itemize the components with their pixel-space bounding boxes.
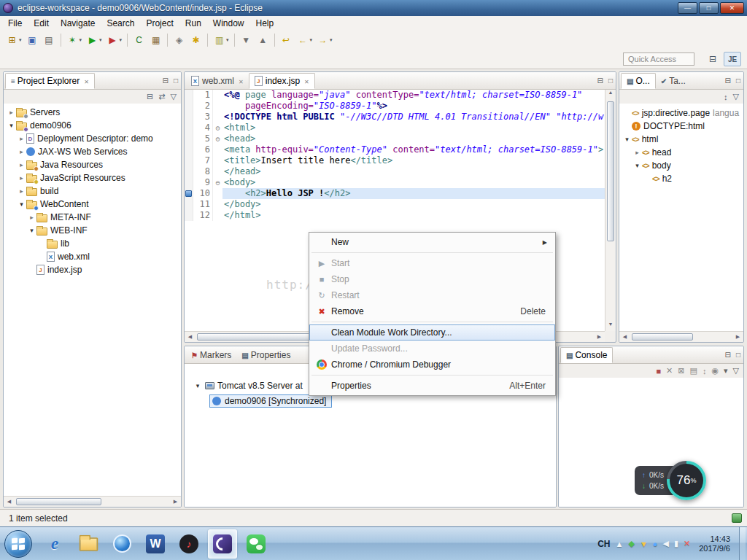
security-tray-icon[interactable]: ◆ xyxy=(628,539,634,548)
tree-item-h2[interactable]: <>h2 xyxy=(619,172,743,185)
taskbar-eclipse-button[interactable] xyxy=(208,529,237,559)
taskbar-music-button[interactable]: ♪ xyxy=(174,529,204,559)
taskbar-explorer-button[interactable] xyxy=(74,529,103,559)
quick-access-input[interactable]: Quick Access xyxy=(623,52,694,66)
minimize-view-icon[interactable] xyxy=(163,77,169,85)
debug-button[interactable]: ✶▾ xyxy=(64,32,85,48)
fold-collapse-icon[interactable]: ⊖ xyxy=(212,122,222,133)
close-tab-icon[interactable] xyxy=(237,76,244,86)
scroll-left-icon[interactable] xyxy=(4,499,15,505)
expand-arrow-icon[interactable]: ▾ xyxy=(7,122,16,129)
pin-console-icon[interactable]: ◉ xyxy=(711,366,719,376)
new-java-class-button[interactable]: C xyxy=(131,32,147,48)
tab-properties[interactable]: ▤Properties xyxy=(236,347,295,363)
javaee-perspective-button[interactable]: JE xyxy=(724,52,741,66)
taskbar-ie-button[interactable]: e xyxy=(40,529,69,559)
tree-item-servers[interactable]: ▸Servers xyxy=(4,106,181,119)
clear-console-icon[interactable]: ▤ xyxy=(689,366,697,376)
usage-percent-ball[interactable]: 76% xyxy=(667,461,706,500)
close-view-icon[interactable] xyxy=(82,76,89,86)
prev-annotation-button[interactable]: ▲ xyxy=(255,32,271,48)
download-tray-icon[interactable]: ▼ xyxy=(640,540,648,548)
project-explorer-hscrollbar[interactable] xyxy=(4,496,181,507)
context-menu-item-clean-module-work-directory[interactable]: Clean Module Work Directory... xyxy=(309,324,555,341)
taskbar-word-button[interactable]: W xyxy=(141,529,170,559)
scroll-up-icon[interactable] xyxy=(605,90,616,99)
context-menu-item-stop[interactable]: ■Stop xyxy=(309,271,555,287)
code-text[interactable]: </head> xyxy=(222,166,605,177)
menu-edit[interactable]: Edit xyxy=(28,17,55,30)
tab-project-explorer[interactable]: ≡ Project Explorer xyxy=(5,73,95,89)
tree-item-web-xml[interactable]: Xweb.xml xyxy=(4,250,181,263)
code-text[interactable]: <meta http-equiv="Content-Type" content=… xyxy=(222,144,605,155)
code-text[interactable]: <!DOCTYPE html PUBLIC "-//W3C//DTD HTML … xyxy=(222,112,605,122)
scroll-thumb[interactable] xyxy=(632,333,693,341)
forward-button[interactable]: →▾ xyxy=(314,32,335,48)
scroll-thumb[interactable] xyxy=(607,101,614,241)
maximize-window-button[interactable]: □ xyxy=(699,2,719,14)
tree-item-jax-ws-web-services[interactable]: ▸JAX-WS Web Services xyxy=(4,145,181,158)
expand-arrow-icon[interactable]: ▾ xyxy=(193,382,202,389)
context-menu-item-restart[interactable]: ↻Restart xyxy=(309,287,555,303)
context-menu-item-chrome-chromium-debugger[interactable]: Chrome / Chromium Debugger xyxy=(309,357,555,373)
close-window-button[interactable]: ✕ xyxy=(720,2,744,14)
menu-window[interactable]: Window xyxy=(207,17,250,30)
expand-arrow-icon[interactable]: ▾ xyxy=(632,162,642,169)
tree-item-javascript-resources[interactable]: ▸JavaScript Resources xyxy=(4,171,181,184)
dropdown-arrow-icon[interactable]: ▾ xyxy=(330,37,333,43)
outline-hscrollbar[interactable] xyxy=(619,331,743,342)
tree-item-deployment-descriptor-demo[interactable]: ▸DDeployment Descriptor: demo xyxy=(4,132,181,145)
code-text[interactable]: <h2>Hello JSP !</h2> xyxy=(222,188,605,199)
minimize-editor-icon[interactable] xyxy=(597,77,603,85)
taskbar-clock[interactable]: 14:43 2017/9/6 xyxy=(699,534,730,553)
editor-vscrollbar[interactable] xyxy=(605,90,616,331)
dropdown-arrow-icon[interactable]: ▾ xyxy=(226,37,229,43)
tree-item-lib[interactable]: lib xyxy=(4,237,181,250)
tab-ta[interactable]: ✔Ta... xyxy=(656,73,691,89)
volume-tray-icon[interactable]: ◀ xyxy=(662,539,668,548)
tree-item-build[interactable]: ▸build xyxy=(4,184,181,198)
code-text[interactable]: <head> xyxy=(222,133,605,144)
hidden-icons-button[interactable]: ▲ xyxy=(616,540,624,548)
code-text[interactable]: <body> xyxy=(222,177,605,188)
title-bar[interactable]: eclipse-workspace - demo0906/WebContent/… xyxy=(0,0,747,16)
context-menu-item-properties[interactable]: PropertiesAlt+Enter xyxy=(309,378,555,394)
dropdown-arrow-icon[interactable]: ▾ xyxy=(80,37,82,43)
expand-arrow-icon[interactable]: ▸ xyxy=(17,174,26,182)
expand-arrow-icon[interactable]: ▸ xyxy=(17,135,26,142)
open-type-button[interactable]: ◈ xyxy=(171,32,187,48)
taskbar-wechat-button[interactable] xyxy=(241,529,271,559)
notification-icon[interactable] xyxy=(732,513,742,523)
maximize-view-icon[interactable] xyxy=(174,77,178,85)
menu-project[interactable]: Project xyxy=(140,17,179,30)
remove-launch-icon[interactable]: ✕ xyxy=(666,366,673,376)
print-button[interactable]: ▤ xyxy=(41,32,58,48)
expand-arrow-icon[interactable]: ▸ xyxy=(7,109,16,116)
tree-item-doctype-html[interactable]: !DOCTYPE:html xyxy=(619,120,743,133)
back-button[interactable]: ←▾ xyxy=(295,32,315,48)
server-module-item[interactable]: demo0906 [Synchronized] xyxy=(185,394,556,408)
dropdown-arrow-icon[interactable]: ▾ xyxy=(310,37,313,43)
tree-item-web-inf[interactable]: ▾WEB-INF xyxy=(4,224,181,237)
tree-item-meta-inf[interactable]: ▸META-INF xyxy=(4,211,181,224)
editor-tab-index-jsp[interactable]: Jindex.jsp xyxy=(249,73,315,89)
menu-run[interactable]: Run xyxy=(179,17,207,30)
editor-tab-web-xml[interactable]: Xweb.xml xyxy=(186,73,249,89)
expand-arrow-icon[interactable]: ▸ xyxy=(632,149,642,156)
dropdown-arrow-icon[interactable]: ▾ xyxy=(19,37,22,43)
maximize-editor-icon[interactable] xyxy=(608,77,613,85)
sort-icon[interactable] xyxy=(724,93,728,101)
new-java-package-button[interactable]: ▦ xyxy=(147,32,164,48)
expand-arrow-icon[interactable]: ▾ xyxy=(622,136,632,143)
selected-module[interactable]: demo0906 [Synchronized] xyxy=(209,394,332,408)
tree-item-java-resources[interactable]: ▸Java Resources xyxy=(4,158,181,171)
minimize-view-icon[interactable] xyxy=(725,351,731,359)
view-menu-icon[interactable]: ▽ xyxy=(733,366,739,376)
view-menu-icon[interactable] xyxy=(171,92,177,101)
coverage-button[interactable]: ▥▾ xyxy=(211,32,231,48)
scroll-right-icon[interactable] xyxy=(732,334,743,340)
menu-search[interactable]: Search xyxy=(101,17,140,30)
tab-console[interactable]: ▤ Console xyxy=(560,347,613,363)
dropdown-arrow-icon[interactable]: ▾ xyxy=(120,37,123,43)
net-speed-widget[interactable]: 0K/s 0K/s 76% xyxy=(635,461,706,500)
